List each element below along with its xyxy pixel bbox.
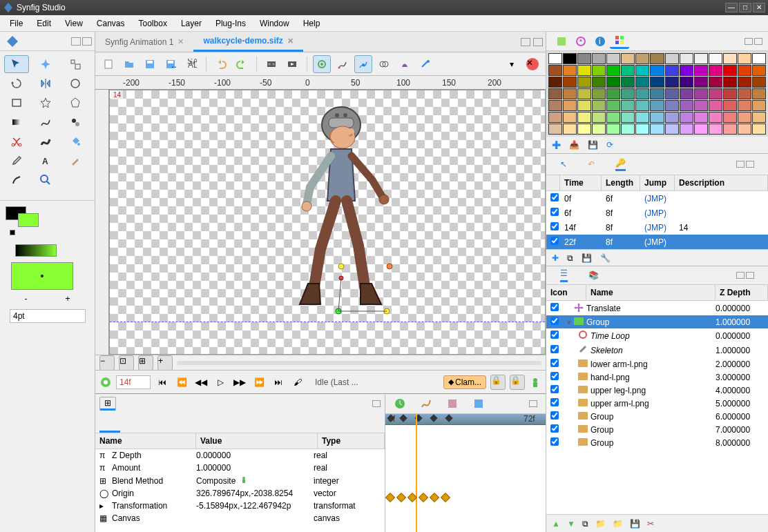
sets-icon[interactable] [472,397,485,410]
smooth-move-tool[interactable] [33,55,58,73]
palette-cell[interactable] [592,65,606,76]
dock-button[interactable] [533,38,543,46]
palette-cell[interactable] [738,88,751,99]
palette-cell[interactable] [680,112,693,123]
param-row[interactable]: ⊞Blend MethodCompositeinteger [95,474,385,487]
menu-plugins[interactable]: Plug-Ins [209,16,253,31]
keyframe-row[interactable]: 22f8f(JMP) [546,235,768,249]
transform-tool[interactable] [4,55,29,73]
duplicate-layer-button[interactable] [375,55,393,73]
palette-cell[interactable] [606,77,620,88]
prev-frame-button[interactable]: ◀◀ [193,375,209,390]
palette-cell[interactable] [650,65,664,76]
palette-cell[interactable] [577,53,591,64]
layer-row[interactable]: ▾Group1.000000 [546,315,768,328]
palette-cell[interactable] [709,65,722,76]
layer-visible-checkbox[interactable] [550,437,559,446]
palette-cell[interactable] [563,53,577,64]
seek-end-button[interactable]: ⏭ [271,375,286,390]
remove-keyframe-button[interactable]: 💾 [582,253,592,263]
keyframe-active-checkbox[interactable] [550,193,559,201]
layer-down-button[interactable]: ▼ [567,519,575,529]
palette-cell[interactable] [563,65,577,76]
keyframe-active-checkbox[interactable] [550,222,559,230]
show-guides-button[interactable] [354,55,372,73]
layer-visible-checkbox[interactable] [550,411,559,420]
palette-cell[interactable] [606,100,620,111]
palette-cell[interactable] [665,77,679,88]
palette-cell[interactable] [738,124,751,135]
current-frame-input[interactable] [116,375,151,389]
canvas[interactable]: 14 [109,90,546,355]
keyframe-marker[interactable] [430,414,437,422]
param-row[interactable]: ▦Canvascanvas [95,512,385,524]
palette-cell[interactable] [738,65,751,76]
rotate-tool[interactable] [4,75,29,92]
select-keyframes-button[interactable]: ↖ [560,159,567,169]
palette-cell[interactable] [709,124,722,135]
palette-cell[interactable] [621,53,635,64]
palette-cell[interactable] [548,77,562,88]
palette-cell[interactable] [680,65,693,76]
palette-cell[interactable] [723,77,737,88]
draw-tool[interactable] [63,113,88,131]
palette-cell[interactable] [548,100,562,111]
keyframe-lock2-button[interactable]: 🔒 [510,375,525,390]
current-color[interactable] [11,262,73,290]
layer-cut-button[interactable]: ✂ [647,519,654,529]
layer-up-button[interactable]: ▲ [552,519,560,529]
palette-cell[interactable] [635,53,649,64]
palette-cell[interactable] [694,77,708,88]
keyframe-key-button[interactable]: 🔑 [615,158,626,171]
tab-walkcycle[interactable]: walkcycle-demo.sifz✕ [193,32,303,52]
eyedrop-tool[interactable] [4,152,29,170]
palette-cell[interactable] [635,88,649,99]
layer-row[interactable]: ▸lower arm-l.png2.000000 [546,357,768,371]
palette-cell[interactable] [738,77,751,88]
palette-cell[interactable] [738,53,751,64]
guide-line[interactable] [110,322,545,322]
keyframe-row[interactable]: 6f8f(JMP) [546,206,768,220]
duplicate-keyframe-button[interactable]: ⧉ [567,253,573,263]
dock-button[interactable] [736,161,745,168]
save-palette-button[interactable]: 📥 [569,140,579,150]
palette-cell[interactable] [563,88,577,99]
waypoint[interactable] [430,493,439,502]
palette-cell[interactable] [563,100,577,111]
keyframe-row[interactable]: 14f8f(JMP)14 [546,220,768,235]
palette-cell[interactable] [752,124,766,135]
dock-button[interactable] [521,38,530,46]
palette-cell[interactable] [592,88,606,99]
palette-cell[interactable] [592,124,606,135]
timeline-track[interactable]: 0f 72f [385,413,546,532]
palette-cell[interactable] [650,77,664,88]
palette-cell[interactable] [752,112,766,123]
layer-visible-checkbox[interactable] [550,317,559,325]
palette-cell[interactable] [635,77,649,88]
palette-cell[interactable] [665,112,679,123]
menu-help[interactable]: Help [296,16,327,31]
palette-cell[interactable] [680,77,693,88]
layer-row[interactable]: ▸upper leg-l.png4.000000 [546,384,768,397]
palette-cell[interactable] [694,112,708,123]
palette-cell[interactable] [635,65,649,76]
palette-cell[interactable] [635,124,649,135]
refresh-palette-button[interactable]: ⟳ [606,140,613,150]
palette-cell[interactable] [635,112,649,123]
undo-keyframe-button[interactable]: ↶ [588,159,595,169]
palette-tab[interactable] [610,34,629,49]
palette-cell[interactable] [621,112,635,123]
palette-cell[interactable] [694,100,708,111]
next-frame-button[interactable]: ▶▶ [232,375,247,390]
palette-cell[interactable] [723,100,737,111]
snap-grid-button[interactable] [334,55,352,73]
maximize-button[interactable]: □ [739,3,751,12]
add-keyframe-button[interactable]: ✚ [552,253,559,263]
layer-visible-checkbox[interactable] [550,385,559,393]
palette-cell[interactable] [680,53,693,64]
save-button[interactable] [141,55,159,73]
dock-button[interactable] [372,400,381,407]
param-row[interactable]: ▸Transformation-5.15894px,-122.467942ptr… [95,500,385,512]
dock-button[interactable] [746,161,754,168]
close-icon[interactable]: ✕ [287,37,294,46]
